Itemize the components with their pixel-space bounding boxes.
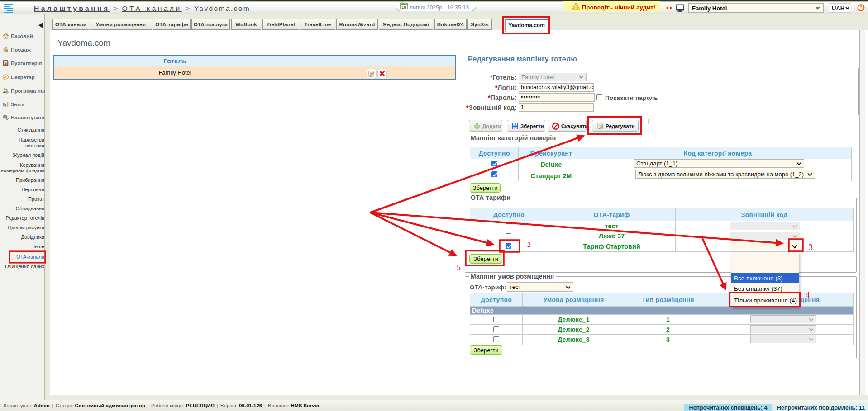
svg-text:$: $: [6, 50, 7, 52]
svg-text:18: 18: [401, 5, 406, 9]
svg-text:!: !: [575, 5, 577, 9]
